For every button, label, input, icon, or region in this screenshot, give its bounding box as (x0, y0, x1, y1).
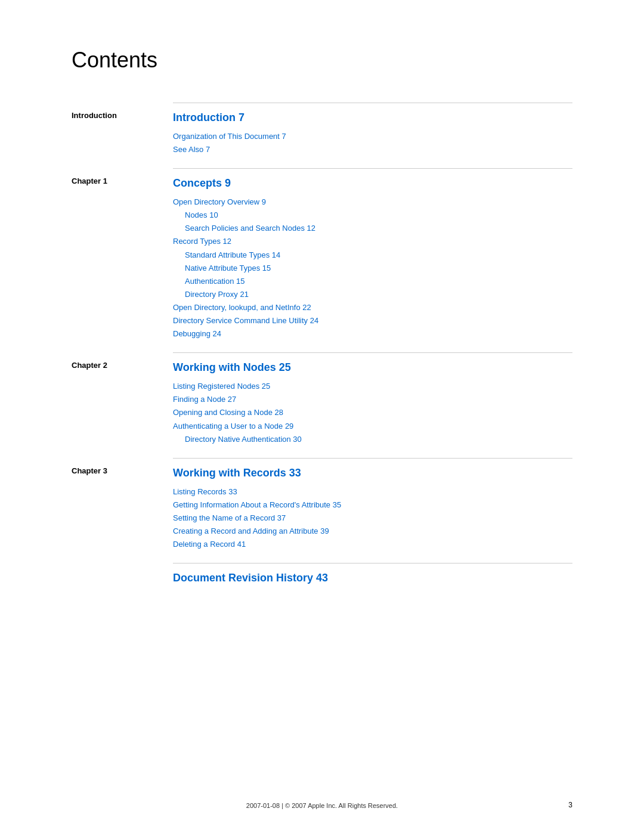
page: Contents IntroductionIntroduction 7Organ… (0, 0, 644, 833)
toc-item[interactable]: Record Types 12 (173, 235, 572, 248)
section-content: Document Revision History 43 (173, 563, 572, 602)
page-title: Contents (72, 48, 572, 73)
toc-item[interactable]: Authenticating a User to a Node 29 (173, 420, 572, 433)
toc-section-row: Document Revision History 43 (72, 563, 572, 602)
toc-container: IntroductionIntroduction 7Organization o… (72, 103, 572, 602)
toc-item[interactable]: Open Directory, lookupd, and NetInfo 22 (173, 301, 572, 314)
toc-item[interactable]: Directory Native Authentication 30 (173, 433, 572, 446)
toc-item[interactable]: Nodes 10 (173, 209, 572, 222)
toc-item[interactable]: Authentication 15 (173, 275, 572, 288)
footer-text: 2007-01-08 | © 2007 Apple Inc. All Right… (246, 802, 398, 809)
section-label: Chapter 2 (72, 352, 173, 457)
toc-item[interactable]: Directory Service Command Line Utility 2… (173, 314, 572, 327)
section-content: Concepts 9Open Directory Overview 9Nodes… (173, 168, 572, 352)
toc-item[interactable]: Debugging 24 (173, 327, 572, 340)
section-heading[interactable]: Document Revision History 43 (173, 572, 572, 584)
toc-section-row: Chapter 1Concepts 9Open Directory Overvi… (72, 168, 572, 352)
section-label: Chapter 1 (72, 168, 173, 352)
toc-item[interactable]: Standard Attribute Types 14 (173, 249, 572, 262)
toc-item[interactable]: Setting the Name of a Record 37 (173, 512, 572, 525)
toc-item[interactable]: See Also 7 (173, 143, 572, 156)
toc-item[interactable]: Finding a Node 27 (173, 393, 572, 406)
toc-section-row: Chapter 3Working with Records 33Listing … (72, 458, 572, 563)
section-heading[interactable]: Working with Nodes 25 (173, 361, 572, 374)
section-content: Working with Records 33Listing Records 3… (173, 458, 572, 563)
toc-item[interactable]: Organization of This Document 7 (173, 130, 572, 143)
section-heading[interactable]: Concepts 9 (173, 177, 572, 190)
section-heading[interactable]: Introduction 7 (173, 112, 572, 124)
toc-item[interactable]: Search Policies and Search Nodes 12 (173, 222, 572, 235)
section-heading[interactable]: Working with Records 33 (173, 467, 572, 479)
section-label (72, 563, 173, 602)
section-label: Chapter 3 (72, 458, 173, 563)
toc-item[interactable]: Listing Records 33 (173, 485, 572, 498)
toc-item[interactable]: Open Directory Overview 9 (173, 196, 572, 209)
toc-item[interactable]: Creating a Record and Adding an Attribut… (173, 525, 572, 538)
toc-item[interactable]: Native Attribute Types 15 (173, 262, 572, 275)
toc-item[interactable]: Deleting a Record 41 (173, 538, 572, 551)
toc-section-row: IntroductionIntroduction 7Organization o… (72, 103, 572, 168)
section-label: Introduction (72, 103, 173, 168)
toc-item[interactable]: Listing Registered Nodes 25 (173, 380, 572, 393)
toc-item[interactable]: Getting Information About a Record's Att… (173, 498, 572, 512)
toc-item[interactable]: Opening and Closing a Node 28 (173, 406, 572, 419)
page-number: 3 (568, 801, 572, 809)
footer: 2007-01-08 | © 2007 Apple Inc. All Right… (0, 802, 644, 809)
toc-section-row: Chapter 2Working with Nodes 25Listing Re… (72, 352, 572, 457)
section-content: Working with Nodes 25Listing Registered … (173, 352, 572, 457)
section-content: Introduction 7Organization of This Docum… (173, 103, 572, 168)
toc-item[interactable]: Directory Proxy 21 (173, 288, 572, 301)
